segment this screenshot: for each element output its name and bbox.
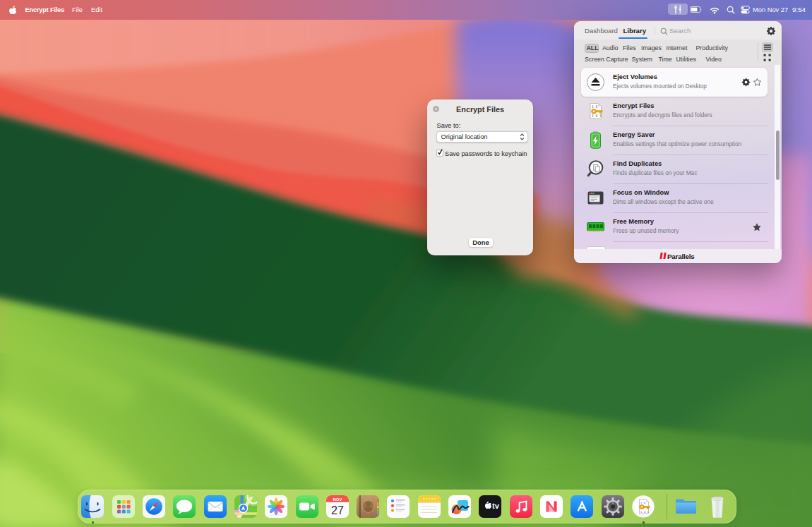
svg-text:NOV: NOV bbox=[333, 497, 342, 502]
svg-text:27: 27 bbox=[331, 504, 344, 516]
svg-text:1 0: 1 0 bbox=[592, 105, 598, 109]
svg-text:tv: tv bbox=[492, 502, 500, 510]
svg-text:1 0 1: 1 0 1 bbox=[640, 511, 650, 514]
svg-text:1 0 1: 1 0 1 bbox=[592, 114, 602, 117]
svg-text:1 0: 1 0 bbox=[640, 502, 646, 504]
